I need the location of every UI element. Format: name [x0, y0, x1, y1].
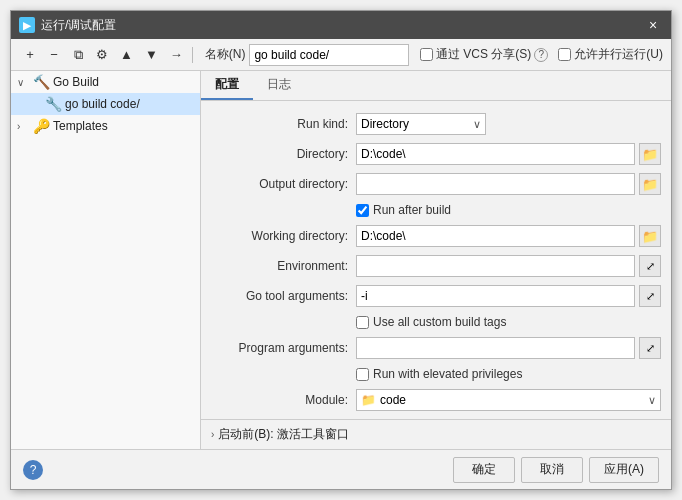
share-vcs-label: 通过 VCS 分享(S): [436, 46, 531, 63]
working-directory-input[interactable]: [356, 225, 635, 247]
ok-button[interactable]: 确定: [453, 457, 515, 483]
name-input[interactable]: [249, 44, 409, 66]
output-directory-label: Output directory:: [211, 177, 356, 191]
working-directory-control: 📁: [356, 225, 661, 247]
before-launch-text: 启动前(B): 激活工具窗口: [218, 426, 349, 443]
run-after-build-checkbox[interactable]: [356, 204, 369, 217]
module-dropdown-icon: ∨: [648, 394, 656, 407]
module-value: code: [380, 393, 648, 407]
before-launch-arrow: ›: [211, 429, 214, 440]
tree-arrow-gobuild: ∨: [17, 77, 29, 88]
gobuild-label: Go Build: [53, 75, 99, 89]
directory-folder-button[interactable]: 📁: [639, 143, 661, 165]
share-vcs-checkbox[interactable]: [420, 48, 433, 61]
run-kind-value: Directory: [361, 117, 409, 131]
tree-item-templates[interactable]: › 🔑 Templates: [11, 115, 200, 137]
copy-button[interactable]: ⧉: [67, 44, 89, 66]
environment-row: Environment: ⤢: [201, 251, 671, 281]
working-directory-row: Working directory: 📁: [201, 221, 671, 251]
run-elevated-row: Run with elevated privileges: [201, 363, 671, 385]
directory-label: Directory:: [211, 147, 356, 161]
tree-item-gobuildcode[interactable]: 🔧 go build code/: [11, 93, 200, 115]
dialog-title: 运行/调试配置: [41, 17, 116, 34]
cancel-button[interactable]: 取消: [521, 457, 583, 483]
share-checkbox-area: 通过 VCS 分享(S) ?: [420, 46, 548, 63]
help-button[interactable]: ?: [23, 460, 43, 480]
templates-icon: 🔑: [33, 118, 49, 134]
run-kind-dropdown: ∨: [473, 118, 481, 131]
run-kind-label: Run kind:: [211, 117, 356, 131]
module-icon: 📁: [361, 393, 376, 407]
title-bar-left: ▶ 运行/调试配置: [19, 17, 116, 34]
title-bar: ▶ 运行/调试配置 ×: [11, 11, 671, 39]
name-label: 名称(N): [205, 46, 246, 63]
tree-arrow-templates: ›: [17, 121, 29, 132]
environment-input[interactable]: [356, 255, 635, 277]
go-tool-arguments-row: Go tool arguments: ⤢: [201, 281, 671, 311]
footer-left: ?: [23, 460, 447, 480]
right-panel: 配置 日志 Run kind: Directory ∨: [201, 71, 671, 449]
program-arguments-control: ⤢: [356, 337, 661, 359]
working-directory-folder-button[interactable]: 📁: [639, 225, 661, 247]
run-elevated-checkbox[interactable]: [356, 368, 369, 381]
dialog: ▶ 运行/调试配置 × + − ⧉ ⚙ ▲ ▼ → 名称(N) 通过 VCS 分…: [10, 10, 672, 490]
custom-build-tags-label: Use all custom build tags: [373, 315, 506, 329]
run-kind-select[interactable]: Directory ∨: [356, 113, 486, 135]
module-control: 📁 code ∨: [356, 389, 661, 411]
gobuildcode-label: go build code/: [65, 97, 140, 111]
settings-button[interactable]: ⚙: [91, 44, 113, 66]
templates-label: Templates: [53, 119, 108, 133]
separator: [192, 47, 193, 63]
app-icon: ▶: [19, 17, 35, 33]
tabs: 配置 日志: [201, 71, 671, 101]
directory-input[interactable]: [356, 143, 635, 165]
directory-control: 📁: [356, 143, 661, 165]
go-tool-arguments-control: ⤢: [356, 285, 661, 307]
tab-log[interactable]: 日志: [253, 71, 305, 100]
go-tool-arguments-label: Go tool arguments:: [211, 289, 356, 303]
gobuild-icon: 🔨: [33, 74, 49, 90]
output-directory-input[interactable]: [356, 173, 635, 195]
parallel-run-checkbox[interactable]: [558, 48, 571, 61]
left-panel: ∨ 🔨 Go Build 🔧 go build code/ › 🔑 Templa…: [11, 71, 201, 449]
move-button[interactable]: →: [165, 44, 188, 66]
directory-row: Directory: 📁: [201, 139, 671, 169]
environment-label: Environment:: [211, 259, 356, 273]
run-kind-row: Run kind: Directory ∨: [201, 109, 671, 139]
dialog-footer: ? 确定 取消 应用(A): [11, 449, 671, 489]
environment-control: ⤢: [356, 255, 661, 277]
remove-button[interactable]: −: [43, 44, 65, 66]
parallel-run-label: 允许并行运行(U): [574, 46, 663, 63]
run-after-build-row: Run after build: [201, 199, 671, 221]
close-button[interactable]: ×: [643, 15, 663, 35]
form-panel: Run kind: Directory ∨ Directory: 📁: [201, 101, 671, 419]
custom-build-tags-row: Use all custom build tags: [201, 311, 671, 333]
output-directory-folder-button[interactable]: 📁: [639, 173, 661, 195]
module-select[interactable]: 📁 code ∨: [356, 389, 661, 411]
program-arguments-label: Program arguments:: [211, 341, 356, 355]
before-launch[interactable]: › 启动前(B): 激活工具窗口: [211, 426, 661, 443]
run-after-build-label: Run after build: [373, 203, 451, 217]
tab-config[interactable]: 配置: [201, 71, 253, 100]
parallel-checkbox-area: 允许并行运行(U): [558, 46, 663, 63]
go-tool-arguments-input[interactable]: [356, 285, 635, 307]
custom-build-tags-checkbox[interactable]: [356, 316, 369, 329]
down-button[interactable]: ▼: [140, 44, 163, 66]
output-directory-control: 📁: [356, 173, 661, 195]
toolbar: + − ⧉ ⚙ ▲ ▼ → 名称(N) 通过 VCS 分享(S) ? 允许并行运…: [11, 39, 671, 71]
gobuildcode-icon: 🔧: [45, 96, 61, 112]
go-tool-arguments-expand-button[interactable]: ⤢: [639, 285, 661, 307]
working-directory-label: Working directory:: [211, 229, 356, 243]
before-launch-area: › 启动前(B): 激活工具窗口: [201, 419, 671, 449]
apply-button[interactable]: 应用(A): [589, 457, 659, 483]
up-button[interactable]: ▲: [115, 44, 138, 66]
tree-item-gobuild[interactable]: ∨ 🔨 Go Build: [11, 71, 200, 93]
run-elevated-label: Run with elevated privileges: [373, 367, 522, 381]
share-help-icon[interactable]: ?: [534, 48, 548, 62]
program-arguments-expand-button[interactable]: ⤢: [639, 337, 661, 359]
add-button[interactable]: +: [19, 44, 41, 66]
environment-expand-button[interactable]: ⤢: [639, 255, 661, 277]
program-arguments-input[interactable]: [356, 337, 635, 359]
main-content: ∨ 🔨 Go Build 🔧 go build code/ › 🔑 Templa…: [11, 71, 671, 449]
run-kind-control: Directory ∨: [356, 113, 661, 135]
